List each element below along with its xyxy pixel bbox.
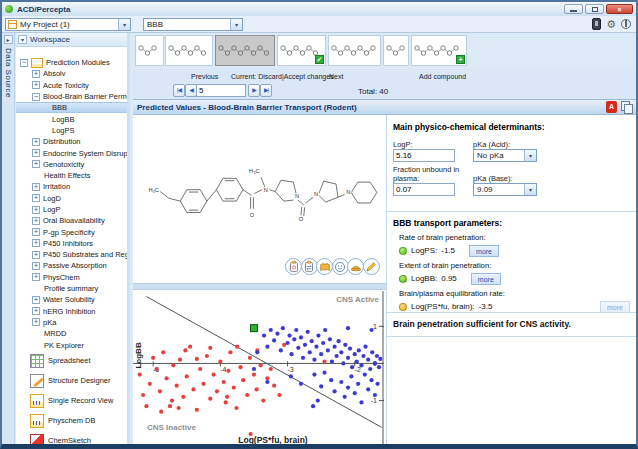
tree-item-structure-designer[interactable]: Structure Designer xyxy=(16,371,127,391)
prediction-modules-icon xyxy=(31,58,43,68)
expand-icon[interactable]: + xyxy=(32,273,40,281)
collapse-icon[interactable]: − xyxy=(20,59,28,67)
first-record-button[interactable]: |◀ xyxy=(173,84,185,97)
copy-structure-button[interactable] xyxy=(301,258,318,275)
expand-icon[interactable]: + xyxy=(32,149,40,157)
accepted-check-icon[interactable]: ✓ xyxy=(315,55,324,64)
reference-book-button[interactable] xyxy=(316,258,333,275)
module-select[interactable]: BBB ▾ xyxy=(143,18,243,31)
chevron-down-icon[interactable]: ▾ xyxy=(524,184,536,195)
tree-item-oral-bioavailability[interactable]: +Oral Bioavailability xyxy=(16,215,127,226)
tree-item-logd[interactable]: +LogD xyxy=(16,193,127,204)
paste-structure-icon xyxy=(287,260,301,274)
about-icon[interactable] xyxy=(621,19,631,29)
send-structure-button[interactable] xyxy=(347,258,364,275)
pdf-export-icon[interactable]: A xyxy=(606,101,617,113)
tree-item-irritation[interactable]: +Irritation xyxy=(16,181,127,192)
fu-input[interactable] xyxy=(393,183,455,196)
tree-item-genotoxicity[interactable]: +Genotoxicity xyxy=(16,159,127,170)
datasource-tab[interactable]: Data Source xyxy=(4,48,13,98)
tree-item-spreadsheet[interactable]: Spreadsheet xyxy=(16,351,127,371)
expand-icon[interactable]: + xyxy=(32,160,40,168)
expand-icon[interactable]: + xyxy=(32,138,40,146)
tree-item-blood-brain-barrier-permeation[interactable]: −Blood-Brain Barrier Permeation xyxy=(16,91,127,102)
structure-canvas[interactable]: H₃COH₃CNNONN xyxy=(133,115,386,252)
compound-thumbnail-1[interactable] xyxy=(135,35,164,66)
current-record-input[interactable] xyxy=(196,84,246,97)
expand-icon[interactable]: + xyxy=(32,228,40,236)
tree-item-herg-inhibition[interactable]: +hERG Inhibition xyxy=(16,306,127,317)
main-area: ✓+ Previous Current: Discard|Accept chan… xyxy=(133,33,636,444)
paste-structure-button[interactable] xyxy=(285,258,302,275)
tree-item-p-gp-specificity[interactable]: +P-gp Specificity xyxy=(16,226,127,237)
divider xyxy=(387,211,636,212)
expand-icon[interactable]: + xyxy=(32,81,40,89)
tree-item-label: P-gp Specificity xyxy=(43,228,95,237)
tree-item-distribution[interactable]: +Distribution xyxy=(16,136,127,147)
next-record-button[interactable]: ▶ xyxy=(248,84,260,97)
tree-item-absolv[interactable]: +Absolv xyxy=(16,68,127,79)
copy-report-icon[interactable] xyxy=(621,101,632,113)
expand-icon[interactable]: + xyxy=(32,239,40,247)
compound-thumbnail-3[interactable] xyxy=(215,35,275,66)
compound-thumbnail-2[interactable] xyxy=(165,35,213,66)
expand-icon[interactable]: + xyxy=(32,194,40,202)
tree-item-health-effects[interactable]: Health Effects xyxy=(16,170,127,181)
tree-item-logps[interactable]: LogPS xyxy=(16,125,127,136)
tree-item-p450-substrates-and-regios[interactable]: +P450 Substrates and Regios... xyxy=(16,249,127,260)
tree-item-single-record-view[interactable]: Single Record View xyxy=(16,391,127,411)
reference-book-icon[interactable] xyxy=(592,18,601,30)
structure-info-button[interactable] xyxy=(332,258,349,275)
tree-item-endocrine-system-disruption[interactable]: +Endocrine System Disruption xyxy=(16,147,127,158)
maximize-button[interactable] xyxy=(585,4,604,14)
expand-icon[interactable]: + xyxy=(32,307,40,315)
expand-icon[interactable]: + xyxy=(32,217,40,225)
expand-icon[interactable]: + xyxy=(32,183,40,191)
tree-item-chemsketch[interactable]: ChemSketch xyxy=(16,431,127,444)
chevron-down-icon[interactable]: ▾ xyxy=(118,19,130,30)
gear-icon[interactable]: ⚙ xyxy=(606,19,616,30)
tree-item-pka[interactable]: +pKa xyxy=(16,317,127,328)
tree-item-logbb[interactable]: LogBB xyxy=(16,113,127,124)
tree-item-logp[interactable]: +LogP xyxy=(16,204,127,215)
tree-item-p450-inhibitors[interactable]: +P450 Inhibitors xyxy=(16,238,127,249)
tree-item-acute-toxicity[interactable]: +Acute Toxicity xyxy=(16,80,127,91)
chevron-down-icon[interactable]: ▾ xyxy=(18,35,27,44)
edit-structure-button[interactable] xyxy=(363,258,380,275)
tree-item-passive-absorption[interactable]: +Passive Absorption xyxy=(16,260,127,271)
collapse-icon[interactable]: − xyxy=(32,93,40,101)
tree-item-physchem-db[interactable]: Physchem DB xyxy=(16,411,127,431)
compound-thumbnail-4[interactable]: ✓ xyxy=(277,35,326,66)
tree-item-physchem[interactable]: +PhysChem xyxy=(16,272,127,283)
add-compound-icon[interactable]: + xyxy=(456,55,465,64)
minimize-button[interactable] xyxy=(564,4,583,14)
compound-thumbnail-5[interactable] xyxy=(328,35,381,66)
expand-icon[interactable]: + xyxy=(32,262,40,270)
tree-item-water-solubility[interactable]: +Water Solubility xyxy=(16,294,127,305)
chevron-down-icon[interactable]: ▾ xyxy=(230,19,242,30)
compound-thumbnail-7[interactable]: + xyxy=(411,35,467,66)
project-select[interactable]: My Project (1) ▾ xyxy=(5,18,131,31)
logp-input[interactable] xyxy=(393,149,455,162)
tree-item-prediction-modules[interactable]: −Prediction Modules xyxy=(16,57,127,68)
tree-item-bbb[interactable]: BBB xyxy=(16,102,127,113)
expand-icon[interactable]: + xyxy=(32,70,40,78)
expand-icon[interactable]: + xyxy=(32,318,40,326)
tree-item-pk-explorer[interactable]: PK Explorer xyxy=(16,339,127,350)
collapse-panel-icon[interactable]: ▸ xyxy=(4,35,13,44)
tree-item-mrdd[interactable]: MRDD xyxy=(16,328,127,339)
expand-icon[interactable]: + xyxy=(32,206,40,214)
more-button-1[interactable]: more xyxy=(469,245,499,257)
workspace-header[interactable]: ▾ Workspace xyxy=(16,33,127,47)
compound-thumbnail-6[interactable] xyxy=(383,35,409,66)
chevron-down-icon[interactable]: ▾ xyxy=(524,150,536,161)
expand-icon[interactable]: + xyxy=(32,251,40,259)
tree-item-profile-summary[interactable]: Profile summary xyxy=(16,283,127,294)
expand-icon[interactable]: + xyxy=(32,296,40,304)
pka-base-select[interactable]: 9.09 ▾ xyxy=(473,183,537,196)
param-value: Log(PS*fu, brain): -3.5 xyxy=(411,302,492,311)
pka-acid-select[interactable]: No pKa ▾ xyxy=(473,149,537,162)
last-record-button[interactable]: ▶| xyxy=(260,84,272,97)
more-button-2[interactable]: more xyxy=(471,273,501,285)
close-button[interactable]: × xyxy=(606,4,633,14)
